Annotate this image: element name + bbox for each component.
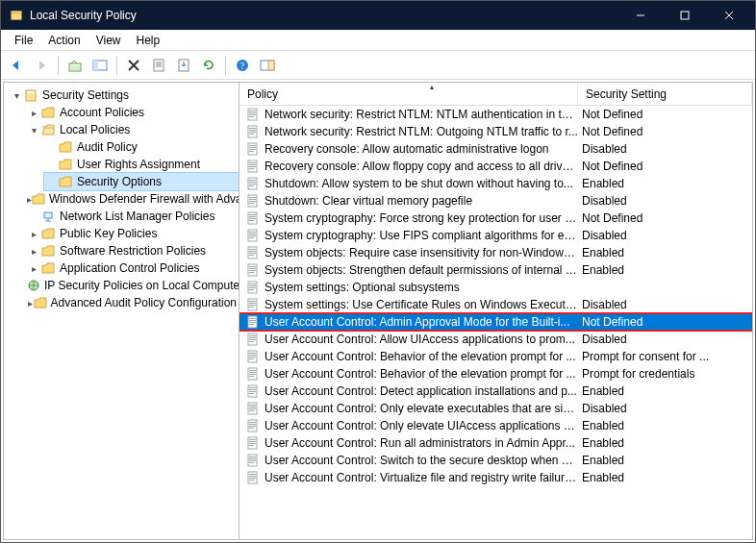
expand-icon[interactable]: ▸ <box>27 229 40 239</box>
svg-rect-85 <box>249 305 256 306</box>
policy-row[interactable]: System settings: Optional subsystems <box>239 279 752 296</box>
tree-firewall[interactable]: ▸ Windows Defender Firewall with Advance… <box>27 190 239 208</box>
svg-rect-53 <box>249 197 256 198</box>
svg-rect-50 <box>249 184 256 185</box>
policy-row[interactable]: Recovery console: Allow floppy copy and … <box>239 158 752 175</box>
delete-button[interactable] <box>122 54 145 77</box>
tree-ipsec[interactable]: IP Security Policies on Local Computer <box>27 277 239 294</box>
policy-row[interactable]: User Account Control: Only elevate UIAcc… <box>239 417 752 434</box>
minimize-button[interactable] <box>618 1 663 30</box>
tree-software-restriction[interactable]: ▸ Software Restriction Policies <box>27 242 239 259</box>
expand-icon[interactable]: ▸ <box>27 246 40 257</box>
svg-rect-86 <box>249 307 254 308</box>
column-setting[interactable]: Security Setting <box>578 83 752 105</box>
policy-row[interactable]: Shutdown: Allow system to be shut down w… <box>239 175 752 192</box>
tree-security-options[interactable]: Security Options <box>44 173 239 190</box>
svg-rect-41 <box>249 151 254 152</box>
policy-icon <box>245 366 261 382</box>
back-button[interactable] <box>5 54 28 77</box>
policy-icon <box>245 314 261 330</box>
policy-name: User Account Control: Admin Approval Mod… <box>265 315 578 329</box>
list-body: Network security: Restrict NTLM: NTLM au… <box>239 106 752 539</box>
svg-rect-88 <box>249 318 256 319</box>
svg-rect-106 <box>249 376 254 377</box>
svg-rect-125 <box>249 443 256 444</box>
menu-file[interactable]: File <box>7 32 40 49</box>
expand-icon[interactable]: ▸ <box>27 108 40 118</box>
svg-rect-49 <box>249 182 256 183</box>
export-list-button[interactable] <box>172 54 195 77</box>
show-hide-tree-button[interactable] <box>88 54 112 77</box>
policy-row[interactable]: User Account Control: Admin Approval Mod… <box>239 313 752 331</box>
tree-user-rights[interactable]: User Rights Assignment <box>44 156 239 173</box>
tree-network-list[interactable]: Network List Manager Policies <box>27 208 239 225</box>
menu-action[interactable]: Action <box>40 32 88 49</box>
svg-rect-114 <box>249 407 256 407</box>
policy-setting: Disabled <box>578 142 752 156</box>
policy-row[interactable]: User Account Control: Only elevate execu… <box>239 400 752 417</box>
policy-setting: Not Defined <box>578 108 752 121</box>
policy-row[interactable]: System cryptography: Use FIPS compliant … <box>239 227 752 244</box>
folder-open-icon <box>40 122 56 137</box>
tree-audit-policy[interactable]: Audit Policy <box>44 138 239 156</box>
policy-row[interactable]: Network security: Restrict NTLM: Outgoin… <box>239 123 752 140</box>
tree-local-policies[interactable]: ▾ Local Policies <box>27 121 239 138</box>
svg-rect-124 <box>249 441 256 442</box>
policy-row[interactable]: User Account Control: Behavior of the el… <box>239 365 752 383</box>
policy-row[interactable]: User Account Control: Detect application… <box>239 383 752 400</box>
properties-button[interactable] <box>147 54 170 77</box>
policy-row[interactable]: Shutdown: Clear virtual memory pagefileD… <box>239 192 752 210</box>
svg-rect-56 <box>249 203 254 204</box>
policy-setting: Not Defined <box>578 315 752 329</box>
close-button[interactable] <box>707 1 751 30</box>
policy-icon <box>245 383 261 399</box>
policy-row[interactable]: Recovery console: Allow automatic admini… <box>239 140 752 158</box>
policy-row[interactable]: System objects: Strengthen default permi… <box>239 261 752 279</box>
maximize-button[interactable] <box>663 1 707 30</box>
svg-rect-30 <box>249 114 256 115</box>
collapse-icon[interactable]: ▾ <box>10 90 23 101</box>
svg-rect-29 <box>249 112 256 113</box>
policy-row[interactable]: System settings: Use Certificate Rules o… <box>239 296 752 313</box>
tree-public-key[interactable]: ▸ Public Key Policies <box>27 225 239 242</box>
policy-row[interactable]: System objects: Require case insensitivi… <box>239 244 752 261</box>
column-policy[interactable]: Policy <box>239 83 578 105</box>
svg-rect-23 <box>44 212 52 218</box>
svg-rect-55 <box>249 201 256 202</box>
tree-security-settings[interactable]: ▾ Security Settings <box>10 86 239 104</box>
svg-rect-46 <box>249 168 254 169</box>
folder-icon <box>32 191 45 207</box>
expand-icon[interactable]: ▸ <box>27 263 40 274</box>
policy-name: Recovery console: Allow automatic admini… <box>265 142 578 156</box>
policy-row[interactable]: User Account Control: Switch to the secu… <box>239 452 752 469</box>
svg-rect-90 <box>249 322 256 323</box>
policy-name-cell: System settings: Use Certificate Rules o… <box>239 297 578 312</box>
svg-rect-3 <box>681 12 689 19</box>
collapse-icon[interactable]: ▾ <box>27 125 40 136</box>
policy-row[interactable]: System cryptography: Force strong key pr… <box>239 210 752 227</box>
forward-button[interactable] <box>30 54 53 77</box>
svg-rect-126 <box>249 445 254 446</box>
svg-rect-101 <box>249 358 254 359</box>
policy-row[interactable]: User Account Control: Run all administra… <box>239 434 752 452</box>
help-button[interactable]: ? <box>231 54 254 77</box>
tree-account-policies[interactable]: ▸ Account Policies <box>27 104 239 121</box>
menu-help[interactable]: Help <box>129 32 168 49</box>
policy-icon <box>245 210 261 226</box>
svg-rect-9 <box>93 61 98 70</box>
manage-button[interactable] <box>256 54 279 77</box>
policy-name: User Account Control: Only elevate execu… <box>265 402 578 415</box>
tree-app-control[interactable]: ▸ Application Control Policies <box>27 259 239 277</box>
policy-row[interactable]: User Account Control: Allow UIAccess app… <box>239 331 752 348</box>
menu-view[interactable]: View <box>88 32 129 49</box>
tree-advanced-audit[interactable]: ▸ Advanced Audit Policy Configuration <box>27 294 239 311</box>
policy-icon <box>245 297 261 312</box>
tree-label: Security Settings <box>40 88 131 102</box>
refresh-button[interactable] <box>197 54 220 77</box>
policy-name: Recovery console: Allow floppy copy and … <box>265 160 578 173</box>
policy-row[interactable]: User Account Control: Behavior of the el… <box>239 348 752 365</box>
up-button[interactable] <box>63 54 87 77</box>
policy-setting: Not Defined <box>578 160 752 173</box>
policy-row[interactable]: Network security: Restrict NTLM: NTLM au… <box>239 106 752 123</box>
policy-row[interactable]: User Account Control: Virtualize file an… <box>239 469 752 486</box>
